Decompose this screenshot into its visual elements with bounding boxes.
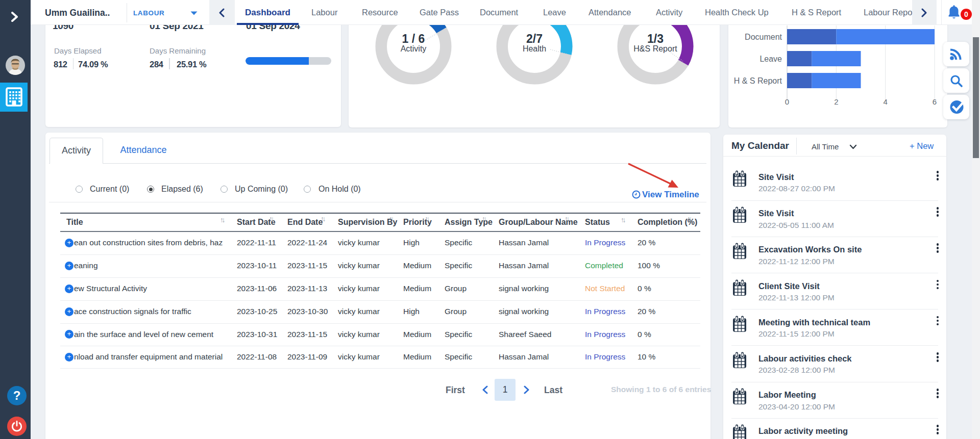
svg-text:1 / 6: 1 / 6 bbox=[402, 32, 425, 45]
svg-text:Health: Health bbox=[523, 44, 546, 53]
svg-text:2/7: 2/7 bbox=[526, 32, 543, 45]
svg-text:4: 4 bbox=[884, 97, 888, 106]
svg-text:2: 2 bbox=[834, 97, 838, 106]
svg-text:Leave: Leave bbox=[760, 55, 782, 63]
svg-text:H&S Report: H&S Report bbox=[633, 44, 677, 53]
svg-text:6: 6 bbox=[933, 97, 937, 106]
svg-text:0: 0 bbox=[785, 97, 789, 106]
svg-text:1/3: 1/3 bbox=[647, 32, 664, 45]
svg-text:H & S Report: H & S Report bbox=[734, 76, 782, 85]
svg-text:Document: Document bbox=[745, 33, 782, 41]
svg-text:Activity: Activity bbox=[401, 44, 427, 53]
